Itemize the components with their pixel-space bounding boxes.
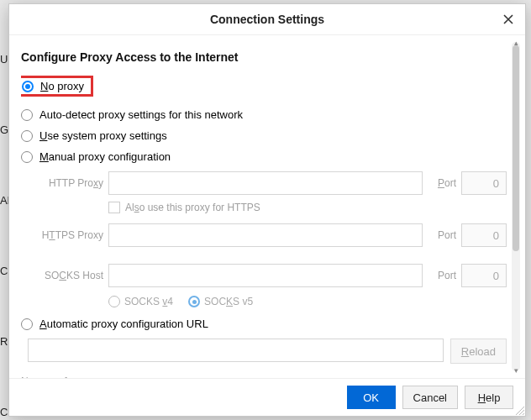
proxy-fields: HTTP Proxy Port Also use this proxy for … — [28, 171, 507, 307]
radio-icon — [21, 130, 33, 142]
close-icon — [502, 13, 514, 25]
dialog-footer: OK Cancel Help — [9, 378, 525, 416]
radio-icon — [188, 296, 200, 307]
socks-port-input[interactable] — [461, 264, 507, 287]
dialog-body: Configure Proxy Access to the Internet N… — [9, 35, 525, 378]
connection-settings-dialog: Connection Settings Configure Proxy Acce… — [8, 3, 526, 417]
autodetect-label: Auto-detect proxy settings for this netw… — [39, 108, 243, 121]
system-proxy-label: Use system proxy settings — [39, 129, 167, 142]
autodetect-option[interactable]: Auto-detect proxy settings for this netw… — [21, 108, 507, 121]
radio-icon — [21, 151, 33, 163]
cancel-button[interactable]: Cancel — [402, 386, 458, 409]
http-port-input[interactable] — [461, 171, 507, 195]
no-proxy-option[interactable]: No proxy — [21, 76, 93, 97]
checkbox-icon — [108, 202, 120, 213]
https-proxy-label: HTTPS Proxy — [28, 229, 103, 241]
radio-icon — [21, 109, 33, 121]
manual-proxy-label: Manual proxy configuration — [39, 150, 171, 163]
socks-v4-option[interactable]: SOCKS v4 — [108, 296, 173, 307]
radio-icon — [108, 296, 120, 307]
radio-icon — [21, 318, 33, 330]
also-https-row[interactable]: Also use this proxy for HTTPS — [108, 202, 507, 213]
http-port-label: Port — [428, 177, 456, 189]
https-proxy-input[interactable] — [108, 223, 423, 247]
radio-icon — [22, 81, 34, 92]
socks-host-input[interactable] — [108, 264, 423, 287]
no-proxy-label: No proxy — [40, 80, 84, 92]
http-proxy-label: HTTP Proxy — [28, 177, 103, 189]
dialog-title-text: Connection Settings — [210, 13, 324, 26]
ok-button[interactable]: OK — [347, 386, 396, 409]
https-port-input[interactable] — [461, 223, 507, 247]
resize-grip-icon[interactable] — [513, 404, 525, 416]
socks-version-row: SOCKS v4 SOCKS v5 — [108, 296, 507, 307]
section-heading: Configure Proxy Access to the Internet — [21, 50, 507, 64]
reload-button[interactable]: Reload — [450, 339, 507, 364]
close-button[interactable] — [500, 11, 517, 28]
help-button[interactable]: Help — [465, 386, 513, 409]
system-proxy-option[interactable]: Use system proxy settings — [21, 129, 507, 142]
socks-port-label: Port — [428, 270, 456, 281]
scroll-down-icon: ▾ — [512, 366, 520, 375]
http-proxy-input[interactable] — [108, 171, 423, 195]
scrollbar-thumb[interactable] — [513, 45, 519, 251]
auto-url-label: Automatic proxy configuration URL — [39, 318, 208, 330]
manual-proxy-option[interactable]: Manual proxy configuration — [21, 150, 507, 163]
https-port-label: Port — [428, 229, 456, 241]
socks-host-label: SOCKS Host — [28, 270, 103, 281]
no-proxy-for-label: No proxy for — [21, 375, 76, 378]
also-https-label: Also use this proxy for HTTPS — [125, 202, 260, 213]
auto-url-option[interactable]: Automatic proxy configuration URL — [21, 318, 507, 330]
auto-url-row: Reload — [28, 339, 507, 364]
socks-v5-option[interactable]: SOCKS v5 — [188, 296, 253, 307]
auto-url-input[interactable] — [28, 339, 444, 362]
dialog-title: Connection Settings — [9, 4, 525, 35]
scroll-content: Configure Proxy Access to the Internet N… — [21, 35, 507, 378]
scrollbar[interactable]: ▴ ▾ — [512, 42, 520, 371]
